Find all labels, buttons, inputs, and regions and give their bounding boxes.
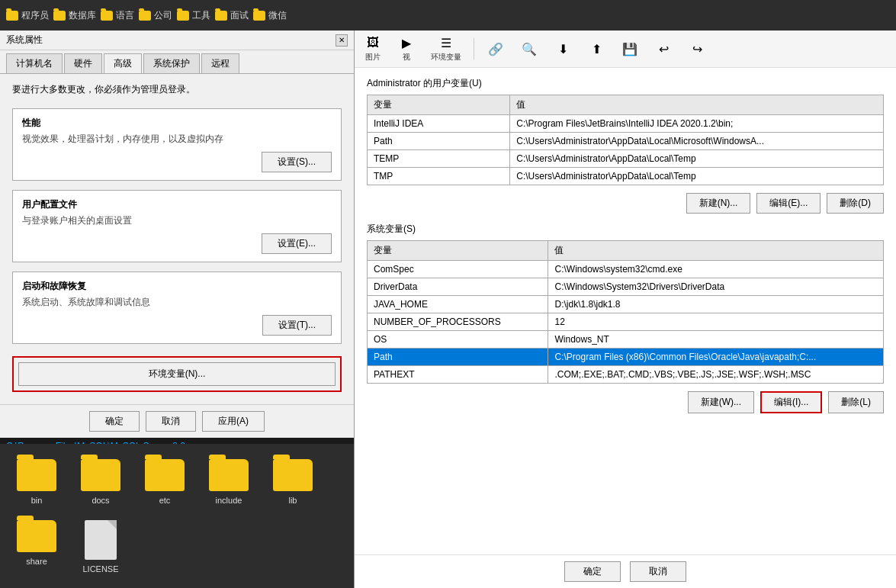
user-edit-button[interactable]: 编辑(E)...: [756, 193, 821, 214]
table-row[interactable]: PATHEXT.COM;.EXE;.BAT;.CMD;.VBS;.VBE;.JS…: [368, 366, 884, 384]
sys-vars-col-var: 变量: [368, 241, 548, 261]
toolbar-icon-upload[interactable]: ⬆: [584, 40, 609, 58]
var-name: ComSpec: [368, 261, 548, 278]
toolbar-icon-search[interactable]: 🔍: [517, 40, 541, 58]
var-name: OS: [368, 331, 548, 349]
environment-variables-button[interactable]: 环境变量(N)...: [18, 362, 336, 386]
table-row[interactable]: ComSpecC:\Windows\system32\cmd.exe: [368, 261, 884, 278]
folder-etc[interactable]: etc: [140, 459, 189, 505]
sys-edit-button[interactable]: 编辑(I)...: [760, 391, 822, 413]
table-row[interactable]: NUMBER_OF_PROCESSORS12: [368, 313, 884, 331]
folder-icon: [177, 11, 189, 21]
toolbar-icon-image[interactable]: 🖼 图片: [361, 34, 385, 64]
tab-computer-name[interactable]: 计算机名: [6, 53, 63, 73]
dialog-bottom-buttons: 确定 取消 应用(A): [0, 404, 354, 438]
toolbar-separator: [474, 38, 474, 59]
tab-system-protection[interactable]: 系统保护: [143, 53, 200, 73]
bookmark-weixin[interactable]: 微信: [253, 9, 287, 22]
toolbar-icon-link[interactable]: 🔗: [483, 40, 508, 58]
toolbar-label: 环境变量: [431, 52, 461, 63]
var-name: NUMBER_OF_PROCESSORS: [368, 313, 548, 331]
bookmarks-bar: 程序员 数据库 语言 公司 工具 面试 微信: [6, 9, 287, 22]
upload-icon: ⬆: [587, 41, 605, 56]
folder-bin[interactable]: bin: [12, 459, 61, 505]
tab-remote[interactable]: 远程: [201, 53, 239, 73]
bookmark-chengyuanyuan[interactable]: 程序员: [6, 9, 49, 22]
toolbar-icon-play[interactable]: ▶ 视: [394, 34, 419, 64]
close-button[interactable]: ✕: [336, 34, 348, 47]
toolbar-icon-undo[interactable]: ↩: [651, 40, 676, 58]
bookmark-yuyan[interactable]: 语言: [101, 9, 134, 22]
table-row[interactable]: DriverDataC:\Windows\System32\Drivers\Dr…: [368, 278, 884, 296]
env-ok-button[interactable]: 确定: [564, 561, 621, 582]
bookmark-label: 微信: [268, 9, 287, 22]
table-row[interactable]: PathC:\Users\Administrator\AppData\Local…: [368, 133, 884, 150]
bookmark-gongju[interactable]: 工具: [177, 9, 210, 22]
folder-include[interactable]: include: [204, 459, 253, 505]
user-vars-col-val: 值: [510, 95, 884, 115]
table-row[interactable]: TMPC:\Users\Administrator\AppData\Local\…: [368, 168, 884, 185]
folder-icon: [101, 11, 113, 21]
toolbar-icon-download[interactable]: ⬇: [551, 40, 575, 58]
bookmark-gongsi[interactable]: 公司: [139, 9, 172, 22]
tab-bar: 计算机名 硬件 高级 系统保护 远程: [0, 50, 354, 74]
sys-vars-title: 系统变量(S): [367, 223, 884, 236]
var-value: .COM;.EXE;.BAT;.CMD;.VBS;.VBE;.JS;.JSE;.…: [548, 366, 884, 384]
folder-label: docs: [92, 496, 109, 505]
bookmark-mianshi[interactable]: 面试: [215, 9, 249, 22]
var-value: 12: [548, 313, 884, 331]
user-delete-button[interactable]: 删除(D): [827, 193, 884, 214]
redo-icon: ↪: [688, 41, 706, 56]
env-icon: ☰: [437, 35, 455, 50]
user-profiles-title: 用户配置文件: [22, 198, 332, 211]
startup-desc: 系统启动、系统故障和调试信息: [22, 296, 332, 309]
file-explorer: bin docs etc include lib share: [0, 444, 354, 588]
toolbar-icon-env[interactable]: ☰ 环境变量: [428, 34, 464, 64]
env-dialog-content: Administrator 的用户变量(U) 变量 值 IntelliJ IDE…: [355, 68, 896, 554]
folder-lib[interactable]: lib: [268, 459, 317, 505]
table-row[interactable]: JAVA_HOMED:\jdk\1.8\jdk1.8: [368, 296, 884, 313]
bookmark-shujuku[interactable]: 数据库: [53, 9, 96, 22]
apply-button[interactable]: 应用(A): [202, 411, 265, 432]
folder-icon: [6, 11, 18, 21]
undo-icon: ↩: [654, 41, 673, 56]
play-icon: ▶: [397, 35, 416, 50]
folder-label: etc: [159, 496, 171, 505]
cancel-button[interactable]: 取消: [146, 411, 196, 432]
folder-share[interactable]: share: [12, 520, 61, 574]
env-cancel-button[interactable]: 取消: [630, 561, 686, 582]
table-row[interactable]: OSWindows_NT: [368, 331, 884, 349]
user-profiles-settings-button[interactable]: 设置(E)...: [262, 233, 332, 254]
sys-new-button[interactable]: 新建(W)...: [688, 391, 754, 413]
var-value: C:\Users\Administrator\AppData\Local\Mic…: [510, 133, 884, 150]
table-row[interactable]: PathC:\Program Files (x86)\Common Files\…: [368, 349, 884, 366]
download-icon: ⬇: [554, 41, 572, 56]
folder-icon: [145, 459, 185, 491]
table-row[interactable]: TEMPC:\Users\Administrator\AppData\Local…: [368, 150, 884, 168]
file-label: LICENSE: [82, 564, 118, 574]
var-value: C:\Windows\System32\Drivers\DriverData: [548, 278, 884, 296]
file-license[interactable]: LICENSE: [76, 520, 125, 574]
startup-section: 启动和故障恢复 系统启动、系统故障和调试信息 设置(T)...: [12, 272, 342, 344]
tab-advanced[interactable]: 高级: [104, 53, 142, 73]
folder-label: share: [26, 557, 47, 566]
toolbar-icon-save[interactable]: 💾: [618, 40, 642, 58]
var-name: DriverData: [368, 278, 548, 296]
toolbar-icon-redo[interactable]: ↪: [685, 40, 709, 58]
tab-hardware[interactable]: 硬件: [64, 53, 102, 73]
folder-icon: [17, 459, 56, 491]
user-new-button[interactable]: 新建(N)...: [686, 193, 751, 214]
sys-delete-button[interactable]: 删除(L): [828, 391, 884, 413]
folder-icon: [139, 11, 151, 21]
image-icon: 🖼: [364, 35, 382, 50]
performance-settings-button[interactable]: 设置(S)...: [262, 152, 332, 172]
file-icon: [85, 520, 117, 560]
ok-button[interactable]: 确定: [89, 411, 140, 432]
main-area: 系统属性 ✕ 计算机名 硬件 高级 系统保护 远程 要进行大多数更改，你必须作为…: [0, 31, 896, 588]
system-properties-dialog: 系统属性 ✕ 计算机名 硬件 高级 系统保护 远程 要进行大多数更改，你必须作为…: [0, 31, 355, 588]
folder-docs[interactable]: docs: [76, 459, 125, 505]
var-value: C:\Users\Administrator\AppData\Local\Tem…: [510, 150, 884, 168]
startup-settings-button[interactable]: 设置(T)...: [262, 315, 332, 336]
table-row[interactable]: IntelliJ IDEAC:\Program Files\JetBrains\…: [368, 115, 884, 133]
var-name: JAVA_HOME: [368, 296, 548, 313]
